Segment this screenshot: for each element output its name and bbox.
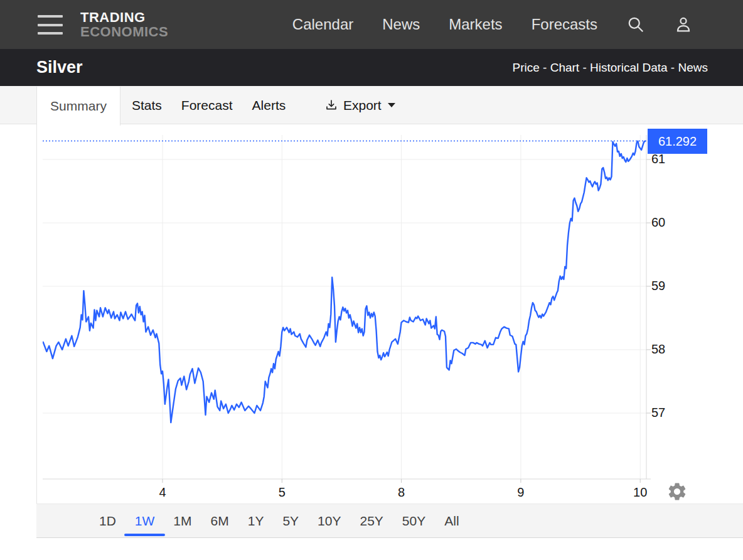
breadcrumb-link-chart[interactable]: Chart bbox=[550, 61, 579, 74]
tab-bar: Summary StatsForecastAlerts Export bbox=[0, 86, 743, 124]
current-price-badge: 61.292 bbox=[648, 129, 707, 154]
breadcrumb-separator: - bbox=[579, 61, 590, 74]
range-button-6m[interactable]: 6M bbox=[211, 514, 229, 529]
search-icon[interactable] bbox=[626, 15, 645, 34]
trading-economics-page: { "header": { "logo_line1": "TRADING", "… bbox=[0, 0, 743, 560]
range-button-1m[interactable]: 1M bbox=[173, 514, 191, 529]
chevron-down-icon bbox=[388, 103, 395, 107]
tab-forecast[interactable]: Forecast bbox=[181, 86, 233, 124]
logo-line-1: TRADING bbox=[80, 10, 168, 24]
tab-stats[interactable]: Stats bbox=[132, 86, 162, 124]
range-button-10y[interactable]: 10Y bbox=[318, 514, 341, 529]
export-button[interactable]: Export bbox=[324, 86, 395, 124]
price-line-series bbox=[43, 141, 645, 423]
nav-item-news[interactable]: News bbox=[382, 16, 420, 33]
x-axis-label-9: 9 bbox=[502, 485, 540, 500]
nav-item-markets[interactable]: Markets bbox=[449, 16, 502, 33]
y-axis-label-58: 58 bbox=[651, 342, 689, 357]
x-axis-label-4: 4 bbox=[144, 485, 181, 500]
page-title: Silver bbox=[36, 58, 83, 77]
trading-economics-logo[interactable]: TRADING ECONOMICS bbox=[80, 10, 168, 39]
export-label: Export bbox=[343, 98, 382, 113]
range-button-25y[interactable]: 25Y bbox=[360, 514, 383, 529]
top-nav-bar: TRADING ECONOMICS CalendarNewsMarketsFor… bbox=[0, 0, 743, 49]
breadcrumb-separator: - bbox=[540, 61, 550, 74]
chart-settings-gear-icon[interactable] bbox=[666, 481, 688, 502]
nav-item-calendar[interactable]: Calendar bbox=[292, 16, 353, 33]
y-axis-label-61: 61 bbox=[651, 152, 689, 166]
breadcrumb: Price - Chart - Historical Data - News bbox=[513, 61, 708, 75]
logo-line-2: ECONOMICS bbox=[80, 24, 168, 39]
nav-item-forecasts[interactable]: Forecasts bbox=[532, 16, 597, 33]
tab-group: StatsForecastAlerts bbox=[132, 86, 286, 124]
range-button-50y[interactable]: 50Y bbox=[402, 514, 425, 529]
x-axis-label-10: 10 bbox=[621, 485, 659, 500]
breadcrumb-link-historical-data[interactable]: Historical Data bbox=[590, 61, 668, 74]
user-icon[interactable] bbox=[674, 15, 693, 34]
range-button-1d[interactable]: 1D bbox=[99, 514, 116, 529]
y-axis-label-59: 59 bbox=[651, 279, 689, 293]
range-button-1y[interactable]: 1Y bbox=[248, 514, 264, 529]
tab-alerts[interactable]: Alerts bbox=[252, 86, 286, 124]
tab-summary[interactable]: Summary bbox=[36, 87, 120, 126]
range-button-5y[interactable]: 5Y bbox=[282, 514, 299, 529]
instrument-title-bar: Silver Price - Chart - Historical Data -… bbox=[0, 49, 743, 86]
top-nav-items: CalendarNewsMarketsForecasts bbox=[292, 0, 693, 49]
y-axis-label-57: 57 bbox=[651, 406, 689, 420]
x-axis-label-5: 5 bbox=[263, 485, 301, 500]
x-axis-label-8: 8 bbox=[383, 485, 420, 500]
price-chart[interactable] bbox=[43, 135, 655, 484]
breadcrumb-link-news[interactable]: News bbox=[678, 61, 708, 74]
hamburger-menu-icon[interactable] bbox=[38, 15, 63, 35]
y-axis-label-60: 60 bbox=[651, 215, 689, 230]
range-button-1w[interactable]: 1W bbox=[135, 514, 155, 529]
download-icon bbox=[324, 98, 339, 113]
range-button-all[interactable]: All bbox=[444, 514, 459, 529]
breadcrumb-link-price[interactable]: Price bbox=[513, 61, 540, 74]
breadcrumb-separator: - bbox=[668, 61, 678, 74]
range-toolbar: 1D1W1M6M1Y5Y10Y25Y50YAll bbox=[36, 503, 743, 538]
